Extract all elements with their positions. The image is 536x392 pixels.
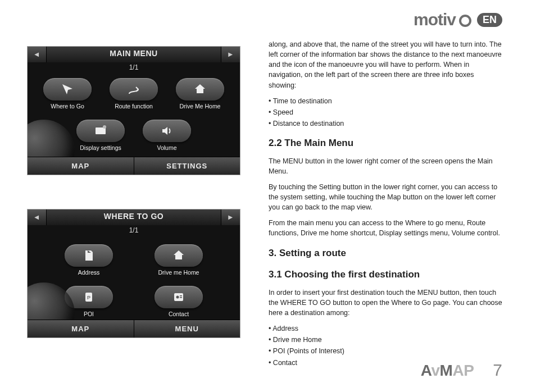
poi-label: POI bbox=[84, 311, 94, 317]
contact-button[interactable]: Contact bbox=[151, 286, 207, 317]
list-item: POI (Points of Interest) bbox=[269, 346, 502, 356]
gps-footer: MAP MENU bbox=[28, 320, 240, 338]
list-item: Time to destination bbox=[269, 96, 502, 106]
gps-title-text: MAIN MENU bbox=[110, 49, 157, 58]
gps-page-indicator: 1/1 bbox=[28, 63, 240, 71]
address-icon bbox=[81, 249, 97, 262]
page-header: motiv EN bbox=[414, 10, 502, 29]
list-item: Distance to destination bbox=[269, 118, 502, 129]
svg-rect-6 bbox=[180, 295, 182, 297]
settings-tab[interactable]: SETTINGS bbox=[134, 157, 240, 175]
brand-motiv: motiv bbox=[414, 10, 456, 29]
display-icon bbox=[93, 124, 108, 138]
paragraph-intro: along, and above that, the name of the s… bbox=[269, 39, 502, 90]
home-icon bbox=[192, 83, 208, 96]
volume-button[interactable]: Volume bbox=[139, 120, 195, 151]
address-label: Address bbox=[78, 269, 100, 276]
paragraph: By touching the Setting button in the lo… bbox=[269, 182, 502, 212]
route-function-label: Route function bbox=[115, 103, 153, 110]
paragraph: The MENU button in the lower right corne… bbox=[269, 156, 502, 176]
volume-icon bbox=[159, 124, 175, 138]
page-footer: AvMAP 7 bbox=[421, 361, 502, 380]
next-arrow-icon[interactable]: ► bbox=[221, 47, 240, 62]
contact-icon bbox=[171, 290, 187, 304]
drive-me-home-button[interactable]: Drive Me Home bbox=[172, 78, 228, 110]
heading-3: 3. Setting a route bbox=[269, 247, 502, 261]
display-settings-button[interactable]: Display settings bbox=[72, 120, 129, 151]
gps-title-bar: ◄ WHERE TO GO ► bbox=[28, 209, 240, 225]
avmap-m: M bbox=[440, 362, 453, 379]
info-box-list: Time to destination Speed Distance to de… bbox=[269, 96, 502, 129]
avmap-ap: AP bbox=[452, 362, 474, 379]
svg-rect-7 bbox=[180, 297, 182, 298]
display-settings-label: Display settings bbox=[80, 144, 121, 151]
heading-2-2: 2.2 The Main Menu bbox=[269, 136, 502, 151]
gps-page-indicator: 1/1 bbox=[28, 226, 240, 234]
list-item: Speed bbox=[269, 107, 502, 117]
avmap-a: A bbox=[421, 362, 431, 379]
drive-me-home-label: Drive me Home bbox=[158, 269, 199, 276]
next-arrow-icon[interactable]: ► bbox=[221, 209, 240, 225]
avmap-v: v bbox=[431, 362, 440, 379]
where-to-go-button[interactable]: Where to Go bbox=[39, 78, 96, 110]
gps-main-menu: ◄ MAIN MENU ► 1/1 Where to Go Route func… bbox=[27, 46, 240, 175]
prev-arrow-icon[interactable]: ◄ bbox=[28, 209, 47, 225]
drive-me-home-label: Drive Me Home bbox=[180, 103, 221, 110]
pointer-icon bbox=[60, 83, 75, 96]
text-column: along, and above that, the name of the s… bbox=[269, 39, 502, 347]
gps-title-bar: ◄ MAIN MENU ► bbox=[28, 47, 240, 62]
route-icon bbox=[126, 83, 142, 96]
list-item: Drive me Home bbox=[269, 335, 502, 345]
home-icon bbox=[171, 249, 187, 262]
svg-point-5 bbox=[176, 296, 179, 299]
paragraph: In order to insert your first destinatio… bbox=[269, 288, 502, 318]
prev-arrow-icon[interactable]: ◄ bbox=[28, 47, 47, 62]
address-button[interactable]: Address bbox=[61, 244, 117, 276]
heading-3-1: 3.1 Choosing the first destination bbox=[269, 268, 502, 282]
contact-label: Contact bbox=[169, 311, 189, 317]
page-body: ◄ MAIN MENU ► 1/1 Where to Go Route func… bbox=[27, 39, 502, 347]
map-tab[interactable]: MAP bbox=[28, 320, 134, 338]
gps-footer: MAP SETTINGS bbox=[28, 157, 240, 175]
brand-swirl-icon bbox=[459, 15, 471, 27]
gps-where-to-go: ◄ WHERE TO GO ► 1/1 Address Drive me Hom… bbox=[27, 209, 240, 338]
brand-avmap: AvMAP bbox=[421, 362, 474, 380]
list-item: Address bbox=[269, 323, 502, 334]
menu-tab[interactable]: MENU bbox=[134, 320, 240, 338]
route-function-button[interactable]: Route function bbox=[106, 78, 162, 110]
gps-title-text: WHERE TO GO bbox=[104, 212, 163, 221]
screenshots-column: ◄ MAIN MENU ► 1/1 Where to Go Route func… bbox=[27, 39, 246, 347]
paragraph: From the main menu you can access to the… bbox=[269, 218, 502, 238]
svg-point-1 bbox=[103, 125, 106, 129]
svg-text:P: P bbox=[87, 295, 90, 300]
poi-icon: P bbox=[81, 290, 97, 304]
page-number: 7 bbox=[493, 361, 502, 380]
volume-label: Volume bbox=[157, 144, 176, 151]
drive-me-home-button[interactable]: Drive me Home bbox=[151, 244, 207, 276]
where-to-go-label: Where to Go bbox=[51, 103, 84, 110]
map-tab[interactable]: MAP bbox=[28, 157, 134, 175]
lang-badge: EN bbox=[477, 13, 502, 27]
